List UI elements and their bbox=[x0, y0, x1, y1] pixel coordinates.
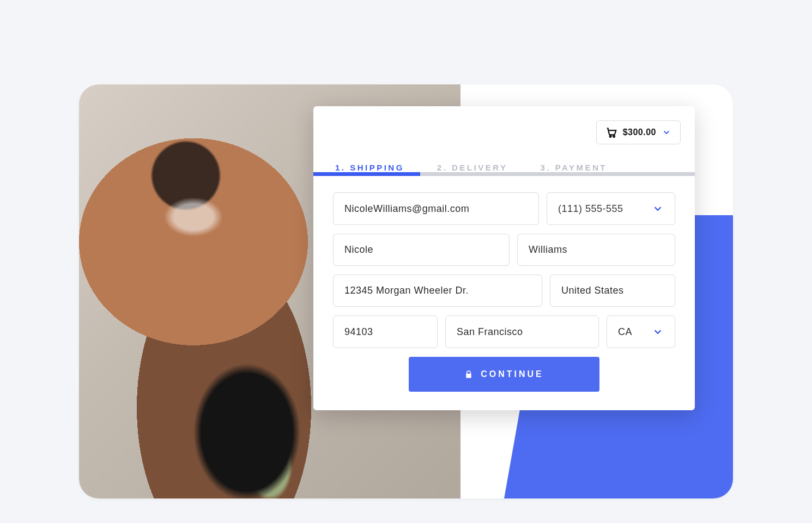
checkout-steps: 1. SHIPPING 2. DELIVERY 3. PAYMENT bbox=[313, 151, 695, 172]
first-name-value: Nicole bbox=[344, 244, 498, 256]
step-progress-fill bbox=[313, 172, 420, 176]
step-shipping[interactable]: 1. SHIPPING bbox=[335, 163, 404, 172]
showcase-card: $300.00 1. SHIPPING 2. DELIVERY 3. PAYME… bbox=[79, 84, 733, 498]
state-value: CA bbox=[618, 326, 646, 338]
cart-total: $300.00 bbox=[623, 127, 656, 137]
country-field[interactable]: United States bbox=[550, 275, 675, 307]
step-progress-bar bbox=[313, 172, 695, 176]
checkout-header: $300.00 bbox=[313, 106, 695, 151]
continue-label: CONTINUE bbox=[481, 369, 544, 379]
step-delivery[interactable]: 2. DELIVERY bbox=[437, 163, 508, 172]
phone-field[interactable]: (111) 555-555 bbox=[547, 192, 675, 225]
continue-button[interactable]: CONTINUE bbox=[409, 357, 599, 392]
last-name-field[interactable]: Williams bbox=[517, 234, 675, 266]
city-value: San Francisco bbox=[457, 326, 587, 338]
shipping-form: NicoleWilliams@gmail.com (111) 555-555 N… bbox=[313, 176, 695, 410]
phone-value: (111) 555-555 bbox=[558, 203, 646, 215]
step-payment[interactable]: 3. PAYMENT bbox=[541, 163, 608, 172]
email-field[interactable]: NicoleWilliams@gmail.com bbox=[333, 192, 539, 225]
svg-point-0 bbox=[609, 136, 611, 137]
cart-summary-button[interactable]: $300.00 bbox=[596, 120, 681, 144]
svg-point-1 bbox=[613, 136, 615, 137]
first-name-field[interactable]: Nicole bbox=[333, 234, 510, 266]
email-value: NicoleWilliams@gmail.com bbox=[344, 203, 528, 215]
country-value: United States bbox=[561, 285, 664, 296]
cart-icon bbox=[605, 126, 617, 138]
address-field[interactable]: 12345 Morgan Wheeler Dr. bbox=[333, 275, 542, 307]
chevron-down-icon bbox=[662, 127, 671, 137]
lock-icon bbox=[464, 369, 473, 379]
zip-value: 94103 bbox=[344, 326, 426, 338]
address-value: 12345 Morgan Wheeler Dr. bbox=[344, 285, 531, 296]
chevron-down-icon bbox=[652, 203, 664, 215]
last-name-value: Williams bbox=[529, 244, 664, 256]
checkout-panel: $300.00 1. SHIPPING 2. DELIVERY 3. PAYME… bbox=[313, 106, 695, 410]
page-canvas: $300.00 1. SHIPPING 2. DELIVERY 3. PAYME… bbox=[0, 0, 812, 523]
zip-field[interactable]: 94103 bbox=[333, 315, 438, 348]
city-field[interactable]: San Francisco bbox=[445, 315, 599, 348]
chevron-down-icon bbox=[652, 326, 664, 338]
state-select[interactable]: CA bbox=[607, 315, 675, 348]
